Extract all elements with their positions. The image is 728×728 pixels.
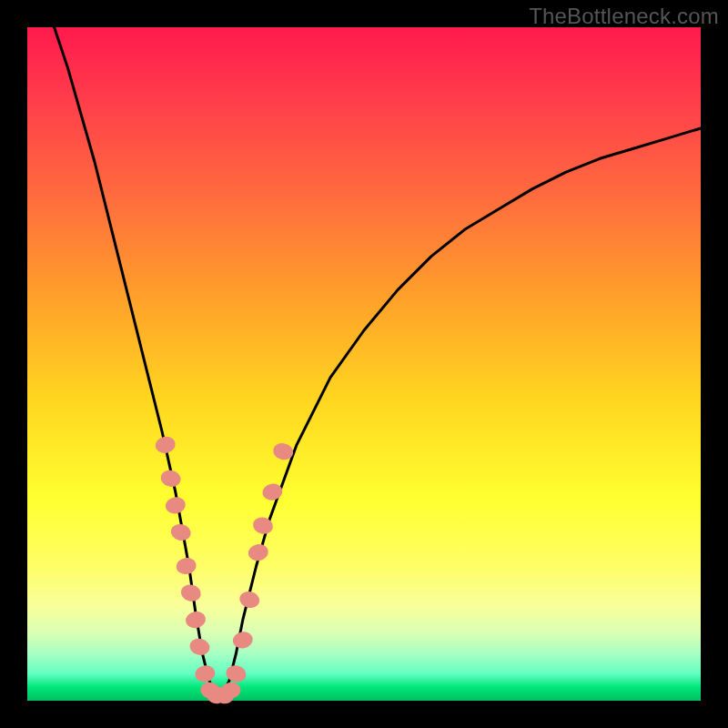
curve-bead (247, 542, 269, 562)
curve-bead (175, 556, 197, 576)
curve-bead (188, 637, 211, 657)
bottleneck-curve-path (55, 27, 701, 694)
curve-group (55, 27, 701, 694)
marker-group (154, 435, 295, 705)
curve-bead (231, 631, 254, 651)
watermark-text: TheBottleneck.com (529, 4, 719, 29)
curve-bead (179, 583, 202, 603)
curve-bead (261, 482, 284, 502)
curve-bead (194, 664, 217, 684)
curve-bead (159, 469, 182, 489)
curve-bead (164, 496, 187, 516)
chart-frame: TheBottleneck.com (0, 0, 728, 728)
curve-bead (154, 435, 177, 455)
curve-bead (238, 590, 261, 610)
curve-bead (185, 610, 207, 630)
bottleneck-curve-svg (27, 27, 701, 701)
plot-area (27, 27, 701, 701)
curve-bead (169, 522, 192, 542)
